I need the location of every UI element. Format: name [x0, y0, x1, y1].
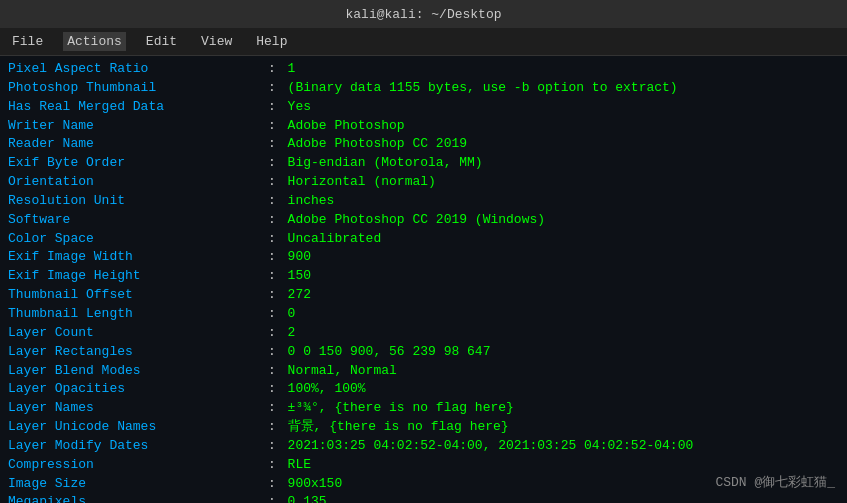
line-value: ±³¾°, {there is no flag here}	[288, 399, 514, 418]
table-row: Photoshop Thumbnail : (Binary data 1155 …	[8, 79, 839, 98]
line-colon: :	[268, 117, 284, 136]
line-colon: :	[268, 343, 284, 362]
line-colon: :	[268, 79, 284, 98]
line-key: Layer Opacities	[8, 380, 268, 399]
menu-help[interactable]: Help	[252, 32, 291, 51]
line-value: (Binary data 1155 bytes, use -b option t…	[288, 79, 678, 98]
table-row: Color Space : Uncalibrated	[8, 230, 839, 249]
line-colon: :	[268, 267, 284, 286]
line-key: Layer Rectangles	[8, 343, 268, 362]
line-value: 0	[288, 305, 296, 324]
table-row: Exif Image Height : 150	[8, 267, 839, 286]
line-value: 900x150	[288, 475, 343, 494]
table-row: Image Size : 900x150	[8, 475, 839, 494]
menu-bar: File Actions Edit View Help	[0, 28, 847, 56]
line-colon: :	[268, 286, 284, 305]
line-value: 2021:03:25 04:02:52-04:00, 2021:03:25 04…	[288, 437, 694, 456]
line-value: Big-endian (Motorola, MM)	[288, 154, 483, 173]
line-value: 背景, {there is no flag here}	[288, 418, 509, 437]
line-colon: :	[268, 230, 284, 249]
table-row: Layer Modify Dates : 2021:03:25 04:02:52…	[8, 437, 839, 456]
line-key: Color Space	[8, 230, 268, 249]
line-key: Layer Unicode Names	[8, 418, 268, 437]
line-key: Writer Name	[8, 117, 268, 136]
line-value: Adobe Photoshop CC 2019	[288, 135, 467, 154]
line-key: Megapixels	[8, 493, 268, 503]
line-colon: :	[268, 60, 284, 79]
line-colon: :	[268, 135, 284, 154]
line-key: Reader Name	[8, 135, 268, 154]
line-colon: :	[268, 380, 284, 399]
line-key: Layer Names	[8, 399, 268, 418]
table-row: Layer Blend Modes : Normal, Normal	[8, 362, 839, 381]
line-colon: :	[268, 154, 284, 173]
line-key: Thumbnail Offset	[8, 286, 268, 305]
table-row: Thumbnail Offset : 272	[8, 286, 839, 305]
line-value: Uncalibrated	[288, 230, 382, 249]
line-key: Software	[8, 211, 268, 230]
line-key: Thumbnail Length	[8, 305, 268, 324]
line-key: Has Real Merged Data	[8, 98, 268, 117]
line-key: Pixel Aspect Ratio	[8, 60, 268, 79]
line-value: 900	[288, 248, 311, 267]
line-value: Normal, Normal	[288, 362, 397, 381]
line-colon: :	[268, 98, 284, 117]
line-value: 150	[288, 267, 311, 286]
line-colon: :	[268, 211, 284, 230]
line-value: Adobe Photoshop	[288, 117, 405, 136]
line-colon: :	[268, 456, 284, 475]
watermark: CSDN @御七彩虹猫_	[715, 473, 835, 491]
table-row: Layer Opacities : 100%, 100%	[8, 380, 839, 399]
line-value: Adobe Photoshop CC 2019 (Windows)	[288, 211, 545, 230]
menu-file[interactable]: File	[8, 32, 47, 51]
table-row: Layer Unicode Names : 背景, {there is no f…	[8, 418, 839, 437]
line-value: RLE	[288, 456, 311, 475]
line-key: Layer Blend Modes	[8, 362, 268, 381]
table-row: Software : Adobe Photoshop CC 2019 (Wind…	[8, 211, 839, 230]
menu-view[interactable]: View	[197, 32, 236, 51]
table-row: Thumbnail Length : 0	[8, 305, 839, 324]
line-colon: :	[268, 437, 284, 456]
line-value: 100%, 100%	[288, 380, 366, 399]
line-key: Photoshop Thumbnail	[8, 79, 268, 98]
table-row: Has Real Merged Data : Yes	[8, 98, 839, 117]
menu-edit[interactable]: Edit	[142, 32, 181, 51]
table-row: Pixel Aspect Ratio : 1	[8, 60, 839, 79]
table-row: Megapixels : 0.135	[8, 493, 839, 503]
line-key: Exif Image Width	[8, 248, 268, 267]
table-row: Resolution Unit : inches	[8, 192, 839, 211]
terminal-content[interactable]: Pixel Aspect Ratio : 1Photoshop Thumbnai…	[0, 56, 847, 503]
table-row: Reader Name : Adobe Photoshop CC 2019	[8, 135, 839, 154]
line-key: Resolution Unit	[8, 192, 268, 211]
line-value: 0.135	[288, 493, 327, 503]
line-colon: :	[268, 362, 284, 381]
table-row: Orientation : Horizontal (normal)	[8, 173, 839, 192]
line-value: inches	[288, 192, 335, 211]
line-key: Exif Image Height	[8, 267, 268, 286]
line-colon: :	[268, 493, 284, 503]
table-row: Exif Byte Order : Big-endian (Motorola, …	[8, 154, 839, 173]
table-row: Layer Names : ±³¾°, {there is no flag he…	[8, 399, 839, 418]
line-value: 0 0 150 900, 56 239 98 647	[288, 343, 491, 362]
table-row: Layer Rectangles : 0 0 150 900, 56 239 9…	[8, 343, 839, 362]
menu-actions[interactable]: Actions	[63, 32, 126, 51]
line-colon: :	[268, 399, 284, 418]
line-colon: :	[268, 173, 284, 192]
table-row: Compression : RLE	[8, 456, 839, 475]
line-colon: :	[268, 248, 284, 267]
line-colon: :	[268, 324, 284, 343]
window-title: kali@kali: ~/Desktop	[345, 7, 501, 22]
line-value: 1	[288, 60, 296, 79]
table-row: Layer Count : 2	[8, 324, 839, 343]
table-row: Writer Name : Adobe Photoshop	[8, 117, 839, 136]
line-value: 272	[288, 286, 311, 305]
line-key: Layer Count	[8, 324, 268, 343]
line-value: Horizontal (normal)	[288, 173, 436, 192]
table-row: Exif Image Width : 900	[8, 248, 839, 267]
line-value: Yes	[288, 98, 311, 117]
line-key: Layer Modify Dates	[8, 437, 268, 456]
line-key: Orientation	[8, 173, 268, 192]
line-value: 2	[288, 324, 296, 343]
title-bar: kali@kali: ~/Desktop	[0, 0, 847, 28]
line-colon: :	[268, 475, 284, 494]
